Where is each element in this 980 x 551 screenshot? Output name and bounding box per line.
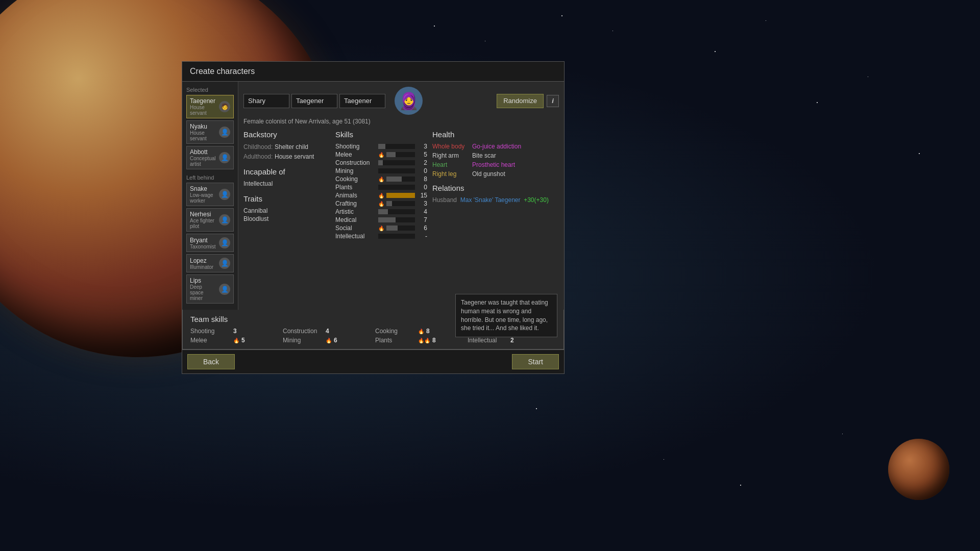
cooking-fire-icon: 🔥 [378, 177, 384, 182]
character-portrait: 🧕 [395, 87, 423, 115]
team-skill-plants: Plants 🔥🔥 8 [375, 337, 463, 344]
team-skill-mining: Mining 🔥 6 [283, 337, 371, 344]
avatar-abbott: 👤 [219, 152, 230, 163]
team-skill-shooting: Shooting 3 [190, 328, 279, 335]
skill-animals: Animals 🔥 15 [335, 192, 427, 199]
char-item-taegener[interactable]: Taegener House servant 🧑 [186, 95, 234, 118]
health-condition-go-juice: Go-juice addiction [472, 143, 521, 150]
health-part-whole-body: Whole body [432, 143, 468, 150]
middle-name-input[interactable] [291, 94, 337, 108]
adulthood-label: Adulthood: [243, 153, 273, 160]
skills-title: Skills [335, 130, 427, 139]
right-buttons: Randomize i [497, 94, 559, 108]
char-item-snake[interactable]: Snake Low-wage worker 👤 [186, 183, 234, 206]
incapable-title: Incapable of [243, 167, 330, 176]
char-item-abbott[interactable]: Abbott Conceptual artist 👤 [186, 146, 234, 169]
social-fire-icon: 🔥 [378, 226, 384, 231]
character-sidebar: Selected Taegener House servant 🧑 Nyaku … [182, 82, 238, 310]
relation-husband: Husband Max 'Snake' Taegener +30(+30) [432, 196, 559, 204]
avatar-bryant: 👤 [219, 237, 230, 248]
health-part-right-leg: Right leg [432, 170, 468, 178]
tooltip-text: Taegener was taught that eating human me… [461, 299, 548, 332]
main-content: 🧕 Randomize i Female colonist of New Arr… [238, 82, 564, 310]
adulthood-value: House servant [275, 153, 314, 160]
first-name-input[interactable] [243, 94, 289, 108]
dialog-body: Selected Taegener House servant 🧑 Nyaku … [182, 82, 564, 310]
dialog-title: Create characters [182, 62, 564, 82]
skill-medical: Medical 7 [335, 216, 427, 223]
avatar-lopez: 👤 [219, 258, 230, 269]
skill-shooting: Shooting 3 [335, 143, 427, 150]
health-condition-bite-scar: Bite scar [472, 152, 496, 159]
team-skill-melee: Melee 🔥 5 [190, 337, 279, 344]
team-skill-cooking: Cooking 🔥 8 [375, 328, 463, 335]
skill-plants: Plants 0 [335, 184, 427, 191]
relations-title: Relations [432, 184, 559, 192]
char-item-bryant[interactable]: Bryant Taxonomist 👤 [186, 234, 234, 252]
health-heart: Heart Prosthetic heart [432, 161, 559, 168]
avatar-snake: 👤 [219, 189, 230, 200]
health-condition-prosthetic-heart: Prosthetic heart [472, 161, 515, 168]
avatar-nyaku: 👤 [219, 127, 230, 138]
skill-intellectual: Intellectual - [335, 233, 427, 240]
name-portrait-row: 🧕 Randomize i [243, 87, 559, 115]
health-right-arm: Right arm Bite scar [432, 152, 559, 159]
melee-fire-icon: 🔥 [378, 152, 384, 158]
randomize-button[interactable]: Randomize [497, 94, 544, 108]
char-item-lopez[interactable]: Lopez Illuminator 👤 [186, 254, 234, 272]
health-part-right-arm: Right arm [432, 152, 468, 159]
skill-social: Social 🔥 6 [335, 224, 427, 232]
trait-cannibal: Cannibal [243, 207, 330, 214]
start-button[interactable]: Start [512, 354, 559, 369]
health-title: Health [432, 130, 559, 139]
avatar-lips: 👤 [219, 284, 230, 295]
three-columns: Backstory Childhood: Shelter child Adult… [243, 130, 559, 241]
health-right-leg: Right leg Old gunshot [432, 170, 559, 178]
crafting-fire-icon: 🔥 [378, 201, 384, 207]
backstory-title: Backstory [243, 130, 330, 139]
skill-cooking: Cooking 🔥 8 [335, 176, 427, 183]
back-button[interactable]: Back [187, 354, 235, 369]
selected-label: Selected [186, 87, 234, 93]
create-characters-dialog: Create characters Selected Taegener Hous… [182, 61, 565, 374]
childhood-value: Shelter child [275, 143, 308, 151]
incapable-intellectual: Intellectual [243, 180, 330, 187]
childhood-row: Childhood: Shelter child [243, 143, 330, 151]
name-inputs-group [243, 94, 385, 108]
trait-bloodlust: Bloodlust [243, 215, 330, 222]
skill-melee: Melee 🔥 5 [335, 151, 427, 158]
character-description: Female colonist of New Arrivals, age 51 … [243, 118, 559, 125]
info-button[interactable]: i [547, 95, 559, 107]
avatar-nerhesi: 👤 [219, 214, 230, 226]
char-item-nerhesi[interactable]: Nerhesi Ace fighter pilot 👤 [186, 208, 234, 232]
animals-fire-icon: 🔥 [378, 193, 384, 198]
health-condition-old-gunshot: Old gunshot [472, 170, 505, 178]
dialog-footer: Back Start [182, 349, 564, 373]
skill-crafting: Crafting 🔥 3 [335, 200, 427, 207]
team-skill-intellectual: Intellectual 2 [468, 337, 556, 344]
char-item-lips[interactable]: Lips Deep space miner 👤 [186, 274, 234, 304]
right-column: Health Whole body Go-juice addiction Rig… [432, 130, 559, 241]
health-part-heart: Heart [432, 161, 468, 168]
mining-team-fire-icon: 🔥 [326, 338, 332, 343]
bloodlust-tooltip: Taegener was taught that eating human me… [455, 294, 557, 337]
adulthood-row: Adulthood: House servant [243, 153, 330, 160]
avatar-taegener: 🧑 [219, 101, 230, 112]
skill-mining: Mining 0 [335, 167, 427, 174]
char-item-nyaku[interactable]: Nyaku House servant 👤 [186, 120, 234, 144]
team-skill-construction: Construction 4 [283, 328, 371, 335]
skill-artistic: Artistic 4 [335, 208, 427, 215]
cooking-team-fire-icon: 🔥 [418, 329, 424, 334]
dialog-title-text: Create characters [190, 67, 255, 76]
traits-title: Traits [243, 194, 330, 203]
relations-section: Relations Husband Max 'Snake' Taegener +… [432, 184, 559, 204]
last-name-input[interactable] [339, 94, 385, 108]
skills-column: Skills Shooting 3 Melee 🔥 5 Constru [335, 130, 427, 241]
melee-team-fire-icon: 🔥 [233, 338, 239, 343]
childhood-label: Childhood: [243, 143, 273, 151]
health-whole-body: Whole body Go-juice addiction [432, 143, 559, 150]
left-behind-label: Left behind [186, 174, 234, 181]
plants-team-fire-icon: 🔥🔥 [418, 338, 430, 343]
skill-construction: Construction 2 [335, 159, 427, 166]
left-column: Backstory Childhood: Shelter child Adult… [243, 130, 330, 241]
